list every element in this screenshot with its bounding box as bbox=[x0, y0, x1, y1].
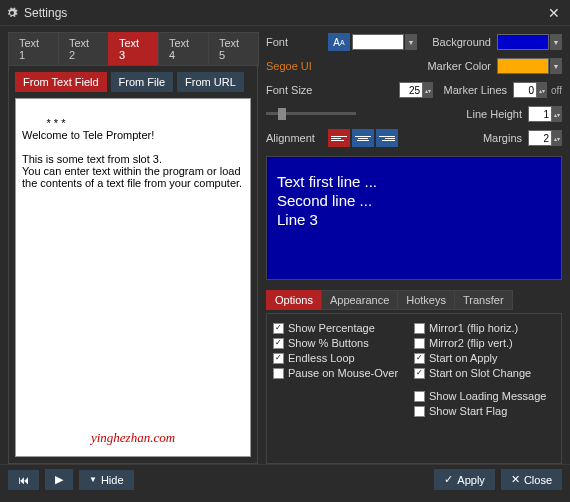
hide-button[interactable]: ▼Hide bbox=[79, 470, 134, 490]
option-tabs: OptionsAppearanceHotkeysTransfer bbox=[266, 290, 562, 310]
footer: ⏮ ▶ ▼Hide ✓Apply ✕Close bbox=[0, 464, 570, 494]
bg-color-dropdown[interactable]: ▼ bbox=[550, 34, 562, 50]
rewind-button[interactable]: ⏮ bbox=[8, 470, 39, 490]
checkbox-show-start-flag[interactable]: Show Start Flag bbox=[414, 405, 555, 417]
font-picker-button[interactable]: AA bbox=[328, 33, 350, 51]
font-size-spinner[interactable]: ▴▾ bbox=[399, 82, 433, 98]
preview-line: Text first line ... bbox=[277, 173, 551, 192]
option-tab-appearance[interactable]: Appearance bbox=[321, 290, 398, 310]
marker-color-box[interactable] bbox=[497, 58, 549, 74]
text-content: * * * Welcome to Tele Prompter! This is … bbox=[22, 117, 244, 189]
option-tab-hotkeys[interactable]: Hotkeys bbox=[397, 290, 455, 310]
text-tab-5[interactable]: Text 5 bbox=[208, 32, 259, 66]
titlebar: Settings ✕ bbox=[0, 0, 570, 26]
checkbox-show-percentage[interactable]: ✓Show Percentage bbox=[273, 322, 414, 334]
text-tab-4[interactable]: Text 4 bbox=[158, 32, 209, 66]
font-color-dropdown[interactable]: ▼ bbox=[405, 34, 417, 50]
checkbox-show-loading-message[interactable]: Show Loading Message bbox=[414, 390, 555, 402]
checkbox-start-on-apply[interactable]: ✓Start on Apply bbox=[414, 352, 555, 364]
font-name: Segoe UI bbox=[266, 60, 312, 72]
align-center-button[interactable] bbox=[352, 129, 374, 147]
play-button[interactable]: ▶ bbox=[45, 469, 73, 490]
font-size-slider[interactable] bbox=[266, 107, 356, 121]
source-btn-1[interactable]: From File bbox=[111, 72, 173, 92]
align-left-button[interactable] bbox=[328, 129, 350, 147]
preview-line: Line 3 bbox=[277, 211, 551, 230]
text-tab-2[interactable]: Text 2 bbox=[58, 32, 109, 66]
source-btn-0[interactable]: From Text Field bbox=[15, 72, 107, 92]
gear-icon bbox=[6, 7, 18, 19]
checkbox-mirror2-flip-vert-[interactable]: Mirror2 (flip vert.) bbox=[414, 337, 555, 349]
line-height-spinner[interactable]: ▴▾ bbox=[528, 106, 562, 122]
margins-input[interactable] bbox=[528, 130, 552, 146]
bg-color-box[interactable] bbox=[497, 34, 549, 50]
checkbox-pause-on-mouse-over[interactable]: Pause on Mouse-Over bbox=[273, 367, 414, 379]
window-title: Settings bbox=[24, 6, 544, 20]
text-slot-tabs: Text 1Text 2Text 3Text 4Text 5 bbox=[8, 32, 258, 66]
marker-lines-spinner[interactable]: ▴▾ bbox=[513, 82, 547, 98]
align-right-button[interactable] bbox=[376, 129, 398, 147]
margins-label: Margins bbox=[448, 132, 528, 144]
watermark: yinghezhan.com bbox=[91, 430, 175, 446]
text-tab-1[interactable]: Text 1 bbox=[8, 32, 59, 66]
marker-lines-off: off bbox=[551, 85, 562, 96]
checkbox-show-buttons[interactable]: ✓Show % Buttons bbox=[273, 337, 414, 349]
checkbox-start-on-slot-change[interactable]: ✓Start on Slot Change bbox=[414, 367, 555, 379]
marker-color-dropdown[interactable]: ▼ bbox=[550, 58, 562, 74]
preview-pane: Text first line ...Second line ...Line 3 bbox=[266, 156, 562, 280]
option-tab-transfer[interactable]: Transfer bbox=[454, 290, 513, 310]
option-tab-options[interactable]: Options bbox=[266, 290, 322, 310]
marker-lines-input[interactable] bbox=[513, 82, 537, 98]
checkbox-mirror1-flip-horiz-[interactable]: Mirror1 (flip horiz.) bbox=[414, 322, 555, 334]
apply-button[interactable]: ✓Apply bbox=[434, 469, 495, 490]
marker-label: Marker Color bbox=[417, 60, 497, 72]
line-height-input[interactable] bbox=[528, 106, 552, 122]
close-icon[interactable]: ✕ bbox=[544, 5, 564, 21]
marker-lines-label: Marker Lines bbox=[433, 84, 513, 96]
font-label: Font bbox=[266, 36, 328, 48]
source-buttons: From Text FieldFrom FileFrom URL bbox=[15, 72, 251, 92]
font-size-label: Font Size bbox=[266, 84, 328, 96]
options-panel: ✓Show Percentage✓Show % Buttons✓Endless … bbox=[266, 313, 562, 464]
font-color-box[interactable] bbox=[352, 34, 404, 50]
bg-label: Background bbox=[417, 36, 497, 48]
checkbox-endless-loop[interactable]: ✓Endless Loop bbox=[273, 352, 414, 364]
alignment-label: Alignment bbox=[266, 132, 328, 144]
text-tab-3[interactable]: Text 3 bbox=[108, 32, 159, 66]
source-btn-2[interactable]: From URL bbox=[177, 72, 244, 92]
font-size-input[interactable] bbox=[399, 82, 423, 98]
text-editor[interactable]: * * * Welcome to Tele Prompter! This is … bbox=[15, 98, 251, 457]
margins-spinner[interactable]: ▴▾ bbox=[528, 130, 562, 146]
close-button[interactable]: ✕Close bbox=[501, 469, 562, 490]
line-height-label: Line Height bbox=[448, 108, 528, 120]
preview-line: Second line ... bbox=[277, 192, 551, 211]
